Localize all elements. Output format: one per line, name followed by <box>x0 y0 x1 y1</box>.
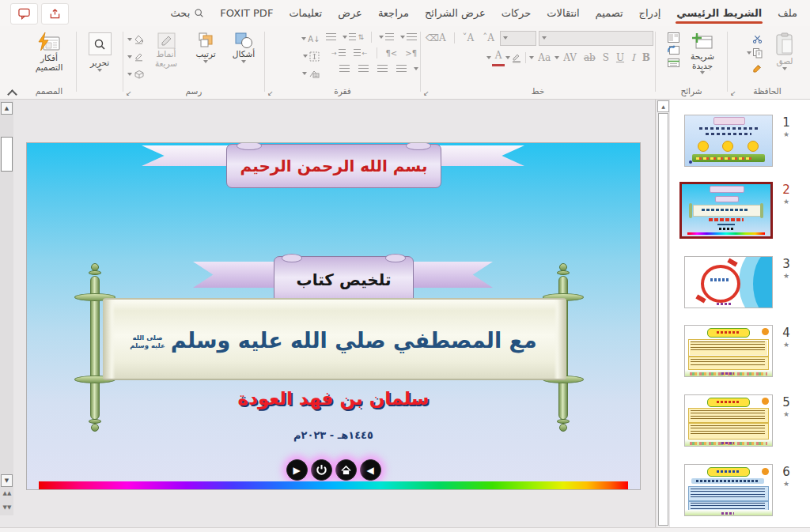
rtl-direction-button[interactable]: ¶< <box>403 46 418 60</box>
align-text-button[interactable] <box>300 49 321 63</box>
reset-slide-icon[interactable] <box>668 45 679 55</box>
tab-insert[interactable]: إدراج <box>631 0 669 26</box>
slide-1-preview[interactable] <box>684 115 773 167</box>
design-ideas-button[interactable]: أفكار التصميم <box>28 31 70 74</box>
tab-review[interactable]: مراجعة <box>370 0 417 26</box>
slide-layout-icon[interactable] <box>668 32 679 43</box>
bismillah-banner[interactable]: بسم الله الرحمن الرحيم <box>226 144 441 188</box>
scroll-thumb[interactable] <box>1 137 13 172</box>
bullets-button[interactable] <box>399 30 418 44</box>
clipboard-dialog-launcher-icon[interactable]: ↙ <box>730 89 736 97</box>
slide-6-preview[interactable] <box>684 464 773 516</box>
change-case-button[interactable]: Aa <box>535 50 554 66</box>
panel-scroll-thumb[interactable] <box>658 113 668 526</box>
smartart-button[interactable] <box>300 66 321 81</box>
tab-home[interactable]: الشريط الرئيسي <box>668 0 770 26</box>
align-left-button[interactable] <box>357 62 370 76</box>
nav-back-button[interactable]: ◀ <box>360 459 381 481</box>
clear-formatting-button[interactable]: A⌫ <box>422 30 449 46</box>
slide-thumbnail-2[interactable]: 2 ★ <box>677 182 794 239</box>
tab-help[interactable]: تعليمات <box>281 0 330 26</box>
tab-slideshow[interactable]: عرض الشرائح <box>417 0 494 26</box>
share-button[interactable] <box>41 3 69 25</box>
slide-thumbnail-3[interactable]: 3 ★ <box>677 256 794 308</box>
decor-ribbon-tail <box>727 258 737 266</box>
panel-scroll-up-button[interactable]: ▲ <box>657 100 669 112</box>
slide-thumbnail-4[interactable]: 4 ★ <box>677 325 794 377</box>
editor-vertical-scrollbar[interactable]: ▲ ▼ <box>0 100 13 515</box>
line-spacing-button[interactable]: ⇅ <box>341 30 365 44</box>
slide-thumbnail-5[interactable]: 5 ★ <box>677 394 794 447</box>
tab-search[interactable]: بحث <box>163 0 213 26</box>
format-painter-button[interactable] <box>745 60 764 74</box>
increase-font-size-button[interactable]: Aˆ <box>479 30 498 46</box>
font-size-combobox[interactable] <box>500 31 536 46</box>
slide-2-preview[interactable] <box>679 182 773 239</box>
character-spacing-button[interactable]: AV <box>560 50 580 66</box>
arrange-button[interactable]: ترتيب <box>187 31 225 65</box>
tab-animations[interactable]: حركات <box>494 0 539 26</box>
text-direction-button[interactable]: ↓A <box>300 32 321 46</box>
font-dialog-launcher-icon[interactable]: ↙ <box>423 89 430 97</box>
slide-5-preview[interactable] <box>684 394 773 447</box>
tab-file[interactable]: ملف <box>770 0 805 26</box>
nav-power-button[interactable] <box>311 459 332 481</box>
align-center-button[interactable] <box>376 62 389 76</box>
italic-button[interactable]: I <box>628 50 638 66</box>
shape-outline-button[interactable] <box>126 50 146 64</box>
decor-wave <box>753 256 773 308</box>
scroll-down-button[interactable]: ▼ <box>1 474 13 487</box>
ltr-direction-button[interactable]: >¶ <box>384 46 399 60</box>
slide-thumbnail-1[interactable]: 1 ★ <box>677 115 794 167</box>
tab-design[interactable]: تصميم <box>588 0 631 26</box>
paragraph-dialog-launcher-icon[interactable]: ↙ <box>267 89 274 97</box>
highlight-color-icon[interactable] <box>511 52 522 63</box>
strikethrough-button[interactable]: ab <box>581 50 599 66</box>
slide-thumbnail-6[interactable]: 6 ★ <box>677 464 794 516</box>
numbering-button[interactable] <box>377 30 396 44</box>
scroll-up-button[interactable]: ▲ <box>1 102 13 115</box>
shape-effects-button[interactable] <box>126 67 146 81</box>
next-slide-button[interactable]: ▼▼ <box>2 506 13 517</box>
increase-indent-button[interactable]: ← <box>352 46 369 60</box>
shape-fill-button[interactable] <box>126 32 146 47</box>
copy-button[interactable] <box>745 46 764 60</box>
author-name[interactable]: سلمان بن فهد العودة <box>27 388 640 409</box>
publication-date[interactable]: ١٤٤٥هـ - ٢٠٢٣م <box>27 429 640 441</box>
paste-button[interactable]: لصق <box>764 31 805 72</box>
font-color-button[interactable]: A <box>492 50 505 66</box>
comments-button[interactable] <box>10 3 38 25</box>
new-slide-button[interactable]: شريحة جديدة <box>679 31 725 76</box>
cut-button[interactable] <box>745 32 764 46</box>
underline-button[interactable]: U <box>613 50 627 66</box>
decrease-font-size-button[interactable]: Aˇ <box>460 30 478 46</box>
columns-button[interactable] <box>324 30 338 44</box>
power-icon <box>316 464 327 476</box>
book-title[interactable]: مع المصطفي صلي الله عليه وسلمصلى اللهعلي… <box>106 328 561 353</box>
panel-divider[interactable] <box>655 100 656 528</box>
nav-forward-button[interactable]: ▶ <box>286 459 308 481</box>
text-shadow-button[interactable]: S <box>600 50 612 66</box>
align-right-button[interactable] <box>395 62 408 76</box>
nav-home-button[interactable] <box>335 459 357 481</box>
series-banner[interactable]: تلخيص كتاب <box>274 256 414 304</box>
tab-transitions[interactable]: انتقالات <box>539 0 587 26</box>
decrease-indent-button[interactable]: → <box>330 46 347 60</box>
thumbnail-panel-scrollbar[interactable]: ▲ <box>657 100 669 527</box>
slide-3-preview[interactable] <box>684 256 773 308</box>
back-arrow-icon: ◀ <box>366 465 373 476</box>
tab-foxit-pdf[interactable]: FOXIT PDF <box>212 0 281 26</box>
bold-button[interactable]: B <box>639 50 653 66</box>
share-icon <box>49 8 61 20</box>
slide-4-preview[interactable] <box>684 325 773 377</box>
editing-button[interactable]: تحرير <box>86 31 114 74</box>
section-icon[interactable] <box>668 58 679 68</box>
font-name-combobox[interactable] <box>539 31 653 46</box>
justify-button[interactable] <box>338 62 351 76</box>
slide-canvas[interactable]: بسم الله الرحمن الرحيم تلخيص كتاب مع الم… <box>26 142 641 490</box>
quick-styles-button[interactable]: أنماط سريعة <box>146 31 187 70</box>
shapes-button[interactable]: أشكال <box>225 31 263 65</box>
tab-view[interactable]: عرض <box>330 0 370 26</box>
drawing-dialog-launcher-icon[interactable]: ↙ <box>126 89 132 97</box>
previous-slide-button[interactable]: ▲▲ <box>2 492 13 503</box>
